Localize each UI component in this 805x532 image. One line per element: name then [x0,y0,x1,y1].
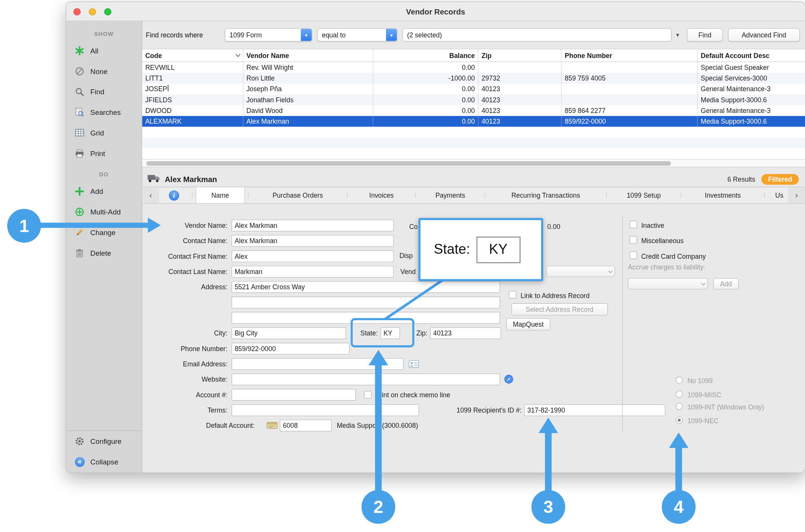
tab-purchase-orders[interactable]: Purchase Orders [252,187,344,203]
tab-us-truncated[interactable]: Us [768,187,788,203]
link-address-checkbox[interactable] [509,291,516,298]
tabs-scroll-left-button[interactable]: ‹ [142,187,159,203]
chevron-down-icon [608,269,613,273]
table-cell: ALEXMARK [142,116,243,127]
filtered-badge[interactable]: Filtered [761,174,799,184]
website-field[interactable] [231,373,500,385]
column-header-phone[interactable]: Phone Number [562,49,698,61]
sidebar-item-all[interactable]: All [66,40,142,61]
vendor-name-field[interactable]: Alex Markman [231,219,394,231]
advanced-find-button[interactable]: Advanced Find [728,28,800,42]
phone-number-field[interactable]: 859/922-0000 [231,342,349,354]
ledger-icon[interactable] [267,421,278,430]
sidebar-item-collapse[interactable]: « Collapse [66,451,142,472]
table-row[interactable]: JFIELDS Jonathan Fields 0.00 40123 Media… [142,94,805,105]
column-header-code[interactable]: Code [142,49,243,61]
tab-name[interactable]: Name [196,187,245,203]
credit-card-company-label: Credit Card Company [641,252,706,260]
sidebar-item-print[interactable]: Print [66,143,142,164]
print-memo-checkbox[interactable] [364,391,372,398]
callout-state-label: State: [434,242,470,258]
vendor-type-dropdown[interactable] [546,266,615,277]
sidebar-item-delete[interactable]: Delete [66,243,142,263]
sidebar-do-header: DO [66,168,142,181]
table-cell [478,62,562,73]
table-header-row: Code Vendor Name Balance Zip Phone Numbe… [142,49,805,62]
zip-label: Zip: [416,329,427,337]
radio-no-1099[interactable] [676,377,683,384]
select-address-record-button[interactable]: Select Address Record [511,303,608,316]
find-button[interactable]: Find [687,28,723,42]
state-field-zoom-callout: State: KY [419,218,543,281]
scrollbar-thumb[interactable] [146,161,671,166]
sidebar-item-grid[interactable]: Grid [66,123,142,143]
sidebar-item-multi-add[interactable]: Multi-Add [66,202,142,222]
tab-separator: ⋮ [761,187,768,203]
column-header-default-account[interactable]: Default Account Desc [698,49,805,61]
find-value-dropdown-caret[interactable]: ▾ [676,31,679,39]
table-row[interactable]: JOSEPÎ Joseph Pña 0.00 40123 General Mai… [142,84,805,94]
radio-1099-nec-selected[interactable] [676,417,683,424]
column-header-vendor-name[interactable]: Vendor Name [243,49,373,61]
city-field[interactable]: Big City [231,327,346,339]
address-line2-field[interactable] [231,296,500,308]
sidebar-item-configure[interactable]: Configure [66,431,142,451]
tab-recurring-transactions[interactable]: Recurring Transactions [488,187,603,203]
detail-header: Alex Markman 6 Results Filtered [142,171,805,187]
miscellaneous-label: Miscellaneous [641,237,684,245]
table-cell: David Wood [243,105,373,116]
vendor-name-label: Vendor Name: [142,221,227,229]
terms-field[interactable] [231,404,419,416]
mapquest-button[interactable]: MapQuest [506,318,551,330]
globe-compass-icon[interactable] [504,374,513,384]
contact-first-name-field[interactable]: Alex [231,250,394,262]
find-operator-dropdown[interactable]: equal to ▾ [317,28,398,42]
sidebar-item-find[interactable]: Find [66,82,142,102]
tab-invoices[interactable]: Invoices [351,187,412,203]
accrue-liability-dropdown[interactable] [628,278,708,290]
contact-card-icon[interactable] [409,360,419,368]
miscellaneous-checkbox[interactable] [629,236,637,243]
titlebar: Vendor Records [66,2,805,21]
table-row-selected[interactable]: ALEXMARK Alex Markman 0.00 40123 859/922… [142,116,805,127]
table-row[interactable]: DWOOD David Wood 0.00 40123 859 864 2277… [142,105,805,116]
tab-1099-setup[interactable]: 1099 Setup [610,187,677,203]
table-row[interactable]: LITT1 Ron Little -1000.00 29732 859 759 … [142,73,805,84]
window-title: Vendor Records [66,7,805,16]
contact-name-field[interactable]: Alex Markman [231,235,394,247]
recipient-id-field[interactable]: 317-82-1990 [524,404,666,416]
find-value-field[interactable]: (2 selected) [402,28,671,42]
tabs-scroll-right-button[interactable]: › [788,187,805,203]
table-cell: Media Support-3000.6 [698,116,805,127]
address-line1-field[interactable]: 5521 Amber Cross Way [231,281,500,293]
radio-1099-misc[interactable] [676,390,683,398]
column-header-zip[interactable]: Zip [478,49,562,61]
sidebar-item-none[interactable]: None [66,61,142,82]
contact-first-name-label: Contact First Name: [142,252,227,260]
zip-field[interactable]: 40123 [430,327,501,339]
default-account-field[interactable]: 6008 [280,419,332,431]
sidebar-item-change[interactable]: Change [66,222,142,243]
tab-investments[interactable]: Investments [684,187,761,203]
inactive-checkbox[interactable] [629,221,637,228]
contact-last-name-field[interactable]: Markman [231,266,394,277]
zoom-window-button[interactable] [104,8,112,16]
radio-1099-int-label: 1099-INT (Windows Only) [687,403,764,411]
accrue-add-button[interactable]: Add [713,278,739,290]
sidebar-item-searches[interactable]: Searches [66,102,142,123]
close-window-button[interactable] [73,8,81,16]
table-row[interactable]: REVWILL Rev. Will Wright 0.00 Special Gu… [142,62,805,73]
table-cell: 859 759 4005 [562,73,698,84]
find-field-dropdown[interactable]: 1099 Form ▾ [225,28,312,42]
recipient-id-label: 1099 Recipient's ID #: [433,406,522,414]
column-header-balance[interactable]: Balance [373,49,478,61]
account-number-field[interactable] [231,389,356,400]
credit-card-company-checkbox[interactable] [629,251,637,259]
record-info-button[interactable]: i [159,187,189,203]
email-address-field[interactable] [231,358,403,370]
table-cell: REVWILL [142,62,243,73]
sidebar-item-add[interactable]: Add [66,181,142,202]
tab-payments[interactable]: Payments [419,187,482,203]
radio-1099-int[interactable] [676,403,683,410]
minimize-window-button[interactable] [89,8,96,16]
